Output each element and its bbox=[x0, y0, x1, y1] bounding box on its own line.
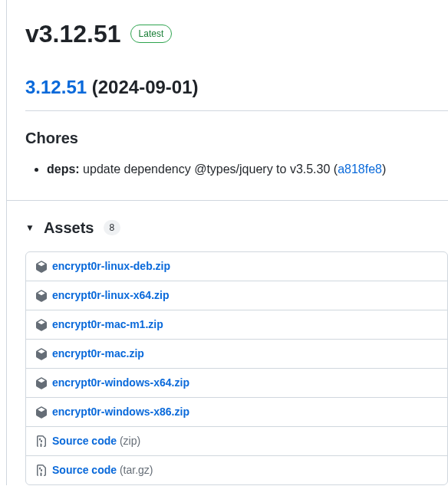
version-date: (2024-09-01) bbox=[92, 77, 199, 97]
chore-text: update dependency @types/jquery to v3.5.… bbox=[80, 163, 338, 176]
asset-suffix: (tar.gz) bbox=[117, 464, 153, 476]
asset-link[interactable]: encrypt0r-mac-m1.zip bbox=[52, 317, 163, 333]
asset-link[interactable]: encrypt0r-mac.zip bbox=[52, 346, 144, 362]
divider bbox=[25, 110, 448, 111]
assets-title: Assets bbox=[44, 216, 94, 239]
assets-list: encrypt0r-linux-deb.zipencrypt0r-linux-x… bbox=[25, 251, 448, 485]
chore-suffix: ) bbox=[382, 163, 386, 176]
version-heading: 3.12.51 (2024-09-01) bbox=[25, 74, 448, 101]
asset-link[interactable]: encrypt0r-windows-x86.zip bbox=[52, 404, 189, 420]
asset-suffix: (zip) bbox=[117, 435, 140, 447]
release-header: v3.12.51 Latest bbox=[25, 15, 448, 52]
file-zip-icon bbox=[35, 435, 48, 448]
assets-header[interactable]: ▼ Assets 8 bbox=[25, 216, 448, 239]
package-icon bbox=[35, 377, 48, 389]
assets-count-badge: 8 bbox=[104, 220, 121, 235]
package-icon bbox=[35, 319, 48, 331]
asset-link[interactable]: Source code (tar.gz) bbox=[52, 462, 153, 478]
asset-row: encrypt0r-linux-x64.zip bbox=[26, 281, 447, 310]
asset-row: Source code (tar.gz) bbox=[26, 456, 447, 484]
package-icon bbox=[35, 348, 48, 360]
asset-row: encrypt0r-mac-m1.zip bbox=[26, 310, 447, 340]
asset-row: Source code (zip) bbox=[26, 427, 447, 456]
version-link[interactable]: 3.12.51 bbox=[25, 77, 87, 97]
asset-link[interactable]: encrypt0r-linux-deb.zip bbox=[52, 258, 170, 274]
release-container: v3.12.51 Latest 3.12.51 (2024-09-01) Cho… bbox=[6, 0, 448, 485]
commit-link[interactable]: a818fe8 bbox=[338, 163, 382, 176]
asset-link[interactable]: encrypt0r-linux-x64.zip bbox=[52, 287, 170, 304]
asset-link[interactable]: encrypt0r-windows-x64.zip bbox=[52, 375, 189, 391]
release-title: v3.12.51 bbox=[25, 15, 121, 52]
package-icon bbox=[35, 406, 48, 419]
file-zip-icon bbox=[35, 465, 48, 477]
package-icon bbox=[35, 290, 48, 302]
package-icon bbox=[35, 261, 48, 273]
asset-link[interactable]: Source code (zip) bbox=[52, 433, 140, 449]
asset-row: encrypt0r-windows-x64.zip bbox=[26, 369, 447, 398]
latest-badge: Latest bbox=[130, 25, 173, 43]
chores-heading: Chores bbox=[25, 126, 448, 149]
list-item: deps: update dependency @types/jquery to… bbox=[47, 160, 448, 179]
chore-prefix: deps: bbox=[47, 163, 80, 176]
section-divider bbox=[6, 200, 448, 201]
asset-row: encrypt0r-linux-deb.zip bbox=[26, 252, 447, 281]
chevron-down-icon: ▼ bbox=[25, 221, 35, 235]
asset-row: encrypt0r-mac.zip bbox=[26, 340, 447, 369]
asset-row: encrypt0r-windows-x86.zip bbox=[26, 398, 447, 427]
chores-list: deps: update dependency @types/jquery to… bbox=[25, 160, 448, 179]
